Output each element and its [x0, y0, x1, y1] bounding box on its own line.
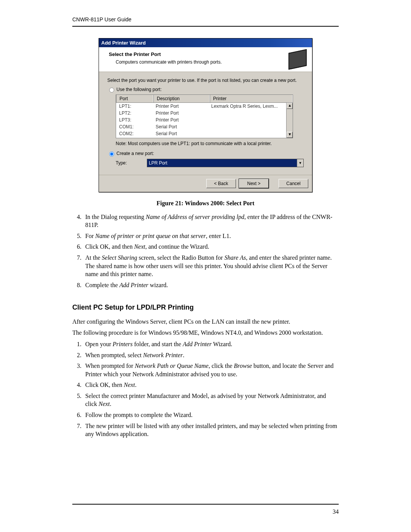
- table-row[interactable]: LPT3: Printer Port: [116, 117, 293, 123]
- wizard-subheading: Computers communicate with printers thro…: [116, 59, 222, 65]
- titlebar: Add Printer Wizard: [99, 38, 312, 48]
- printer-cell: [208, 110, 293, 117]
- list-item: Open your Printers folder, and start the…: [83, 340, 339, 348]
- list-item: Select the correct printer Manufacturer …: [83, 392, 339, 408]
- type-row: Type: LPR Port ▼: [116, 159, 304, 167]
- content: Add Printer Wizard Select the Printer Po…: [72, 38, 339, 438]
- dropdown-value: LPR Port: [147, 159, 297, 167]
- wizard-header-band: Select the Printer Port Computers commun…: [99, 47, 312, 72]
- printer-cell: [208, 130, 293, 137]
- scroll-down-button[interactable]: ▼: [287, 132, 293, 138]
- italic-text: Next: [99, 401, 110, 407]
- radio-use-following-port[interactable]: Use the following port:: [107, 86, 304, 93]
- list-item: Follow the prompts to complete the Wizar…: [83, 411, 339, 419]
- page-number: 34: [333, 508, 339, 516]
- printer-cell: [208, 137, 293, 138]
- italic-text: Browse: [234, 363, 252, 369]
- text: Click OK, then: [85, 382, 124, 388]
- list-item: When prompted for Network Path or Queue …: [83, 362, 339, 378]
- port-type-dropdown[interactable]: LPR Port ▼: [147, 159, 304, 167]
- cancel-button[interactable]: Cancel: [279, 179, 308, 188]
- next-button[interactable]: Next >: [239, 179, 269, 188]
- port-cell: COM2:: [116, 130, 153, 137]
- col-printer-header[interactable]: Printer: [210, 95, 293, 102]
- spacer: [272, 179, 276, 188]
- list-item: The new printer will be listed with any …: [83, 422, 339, 438]
- italic-text: Name of printer or print queue on that s…: [95, 233, 206, 239]
- italic-text: Network Printer: [143, 352, 183, 358]
- desc-cell: Serial Port: [153, 137, 208, 138]
- printer-icon: [288, 49, 307, 70]
- note-text: Note: Most computers use the LPT1: port …: [116, 141, 304, 147]
- scrollbar[interactable]: ▲ ▼: [286, 103, 293, 138]
- text: , and continue the Wizard.: [145, 243, 209, 250]
- radio-create-new-port[interactable]: Create a new port:: [107, 150, 304, 157]
- list-item: Complete the Add Printer wizard.: [83, 281, 339, 289]
- desc-cell: Printer Port: [153, 117, 208, 123]
- back-button[interactable]: < Back: [206, 179, 236, 188]
- desc-cell: Serial Port: [153, 130, 208, 137]
- col-port-header[interactable]: Port: [116, 95, 153, 102]
- figure-caption: Figure 21: Windows 2000: Select Port: [72, 199, 339, 208]
- port-cell: COM3:: [116, 137, 153, 138]
- italic-text: Next: [134, 243, 145, 250]
- wizard-buttons: < Back Next > Cancel: [99, 175, 312, 192]
- footer-rule: [72, 504, 339, 505]
- header-text: CNWR-811P User Guide: [72, 16, 131, 22]
- port-table-header: Port Description Printer: [116, 95, 293, 103]
- printer-cell: Lexmark Optra R Series, Lexm...: [208, 103, 293, 110]
- text: At the: [85, 254, 102, 261]
- port-cell: LPT2:: [116, 110, 153, 117]
- col-desc-header[interactable]: Description: [153, 95, 210, 102]
- radio-create-input[interactable]: [109, 152, 114, 157]
- chevron-down-icon[interactable]: ▼: [297, 159, 303, 167]
- port-cell: COM1:: [116, 123, 153, 130]
- text: In the Dialog requesting: [85, 214, 146, 220]
- numbered-list-2: Open your Printers folder, and start the…: [72, 340, 339, 438]
- table-row[interactable]: COM1: Serial Port: [116, 123, 293, 130]
- table-row[interactable]: COM3: Serial Port: [116, 137, 293, 138]
- page: CNWR-811P User Guide Add Printer Wizard …: [0, 0, 411, 532]
- italic-text: Add Printer: [119, 282, 148, 288]
- italic-text: Share As: [225, 254, 246, 261]
- wizard-header-text: Select the Printer Port Computers commun…: [104, 51, 222, 65]
- scroll-up-button[interactable]: ▲: [287, 103, 293, 109]
- numbered-list-1: In the Dialog requesting Name of Address…: [72, 213, 339, 289]
- desc-cell: Serial Port: [153, 123, 208, 130]
- text: screen, select the Radio Button for: [137, 254, 224, 261]
- wizard-heading: Select the Printer Port: [109, 51, 222, 58]
- text: , enter L1.: [206, 233, 231, 239]
- table-row[interactable]: COM2: Serial Port: [116, 130, 293, 137]
- italic-text: Name of Address of server providing lpd: [146, 214, 244, 220]
- list-item: Click OK, and then Next, and continue th…: [83, 243, 339, 251]
- italic-text: Next: [124, 382, 135, 388]
- port-table-body[interactable]: LPT1: Printer Port Lexmark Optra R Serie…: [116, 103, 293, 138]
- text: , click the: [209, 363, 234, 369]
- printer-cell: [208, 123, 293, 130]
- paragraph: The following procedure is for Windows 9…: [72, 329, 339, 337]
- paragraph: After configuring the Windows Server, cl…: [72, 318, 339, 326]
- text: For: [85, 233, 95, 239]
- port-table: Port Description Printer LPT1: Printer P…: [116, 94, 293, 138]
- desc-cell: Printer Port: [153, 103, 208, 110]
- instruction-text: Select the port you want your printer to…: [107, 77, 304, 83]
- text: Select the correct printer Manufacturer …: [85, 393, 326, 407]
- list-item: In the Dialog requesting Name of Address…: [83, 213, 339, 229]
- text: When prompted for: [85, 363, 135, 369]
- italic-text: Add Printer: [183, 341, 212, 347]
- italic-text: Network Path or Queue Name: [135, 363, 209, 369]
- radio-use-label: Use the following port:: [116, 86, 162, 93]
- desc-cell: Printer Port: [153, 110, 208, 117]
- text: .: [183, 352, 184, 358]
- text: Open your: [85, 341, 113, 347]
- table-row[interactable]: LPT2: Printer Port: [116, 110, 293, 117]
- list-item: Click OK, then Next.: [83, 381, 339, 389]
- table-row[interactable]: LPT1: Printer Port Lexmark Optra R Serie…: [116, 103, 293, 110]
- radio-use-input[interactable]: [109, 88, 114, 93]
- wizard-body: Select the port you want your printer to…: [99, 72, 312, 175]
- text: folder, and start the: [132, 341, 183, 347]
- text: .: [110, 401, 111, 407]
- list-item: When prompted, select Network Printer.: [83, 351, 339, 359]
- text: Click OK, and then: [85, 243, 134, 250]
- type-label: Type:: [116, 160, 147, 166]
